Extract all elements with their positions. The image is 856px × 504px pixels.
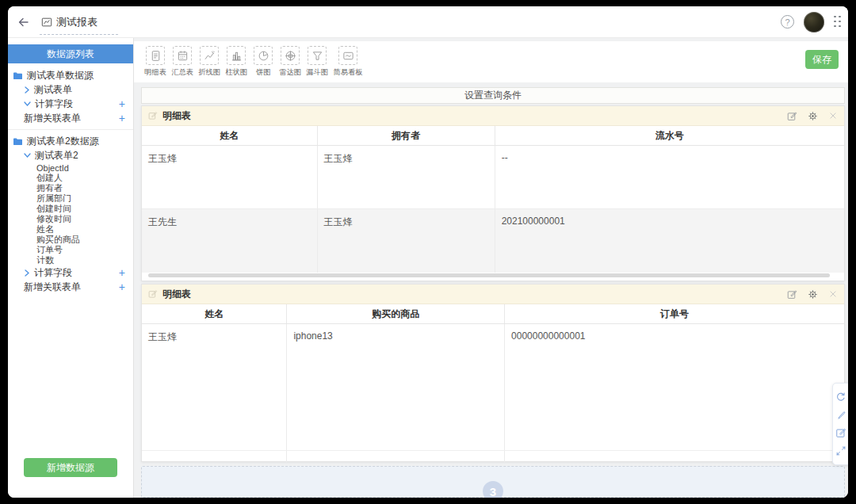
column-header[interactable]: 姓名: [142, 304, 287, 323]
cell-owner: 王玉烽: [318, 209, 495, 273]
toolbar-item-line-chart[interactable]: 折线图: [196, 46, 223, 78]
tree-item-form1[interactable]: 测试表单: [8, 82, 133, 97]
tree-item-calc-fields2[interactable]: 计算字段 +: [8, 265, 133, 280]
widget-settings-gear-icon[interactable]: [808, 289, 818, 300]
column-header[interactable]: 拥有者: [318, 126, 495, 145]
horizontal-scrollbar[interactable]: [148, 273, 830, 277]
datasource-tree: 测试表单数据源 测试表单 计算字段 + 新增关联表单 +: [8, 63, 133, 294]
tree-field-creator[interactable]: 创建人: [8, 173, 133, 183]
report-title-wrap[interactable]: 测试报表: [40, 12, 118, 35]
pie-chart-icon: [254, 46, 273, 65]
folder-icon: [13, 71, 23, 80]
tree-label: 计算字段: [34, 266, 72, 280]
drop-zone-badge: 3: [483, 481, 503, 498]
bar-chart-icon: [227, 46, 246, 65]
table-filler-row: [142, 451, 844, 462]
edit-widget-icon[interactable]: [787, 111, 797, 121]
toolbar-item-label: 明细表: [144, 67, 166, 78]
back-button[interactable]: [8, 6, 40, 38]
tree-label: 测试表单数据源: [27, 69, 94, 82]
toolbar-item-label: 柱状图: [225, 67, 247, 78]
refresh-icon[interactable]: [835, 391, 846, 403]
widget-actions: [787, 289, 838, 300]
column-header[interactable]: 流水号: [495, 126, 844, 145]
toolbar-item-detail-table[interactable]: 明细表: [142, 46, 169, 78]
table-header-row: 姓名 购买的商品 订单号: [142, 304, 844, 324]
chevron-down-icon: [24, 152, 31, 158]
datasource-list-header: 数据源列表: [8, 44, 133, 63]
toolbar-item-pie-chart[interactable]: 饼图: [250, 46, 277, 78]
widget-title: 明细表: [162, 288, 191, 301]
column-header[interactable]: 订单号: [505, 304, 844, 323]
table-row[interactable]: 王玉烽 王玉烽 --: [142, 146, 844, 209]
toolbar-item-label: 漏斗图: [306, 67, 328, 78]
toolbar-item-label: 饼图: [256, 67, 270, 78]
tree-label: 测试表单2: [35, 149, 78, 162]
widget-title: 明细表: [162, 109, 191, 123]
tree-field-objectid[interactable]: ObjectId: [8, 162, 133, 173]
close-widget-icon[interactable]: [828, 111, 838, 120]
add-related-form-button[interactable]: +: [119, 281, 125, 292]
tree-folder-datasource2[interactable]: 测试表单2数据源: [8, 134, 133, 148]
chevron-down-icon: [24, 101, 31, 107]
widget-settings-gear-icon[interactable]: [808, 111, 818, 121]
title-edit-icon: [148, 111, 158, 120]
tree-field-order-number[interactable]: 订单号: [8, 245, 133, 255]
cell-purchased-goods: iphone13: [287, 324, 505, 450]
cell-name: 王玉烽: [142, 146, 318, 208]
add-related-form-button[interactable]: +: [119, 113, 125, 124]
tree-label: 计算字段: [35, 97, 73, 111]
app-window: 测试报表 ? 数据源列表 测试表单数据源 测试表单: [8, 6, 848, 498]
tree-field-count[interactable]: 计数: [8, 255, 133, 265]
tree-divider: [8, 129, 133, 130]
close-widget-icon[interactable]: [828, 289, 838, 299]
toolbar-item-funnel-chart[interactable]: 漏斗图: [304, 46, 331, 78]
funnel-chart-icon: [308, 46, 327, 65]
tree-item-add-related1[interactable]: 新增关联表单 +: [8, 111, 133, 125]
tree-item-form2[interactable]: 测试表单2: [8, 148, 133, 162]
simple-dashboard-icon: [338, 46, 357, 65]
toolbar-item-summary-table[interactable]: 汇总表: [169, 46, 196, 78]
tree-field-purchased-goods[interactable]: 购买的商品: [8, 235, 133, 245]
right-tool-rail: [832, 383, 848, 465]
datasource-sidebar: 数据源列表 测试表单数据源 测试表单 计算字段 +: [8, 38, 134, 498]
toolbar-item-label: 汇总表: [171, 67, 193, 78]
toolbar-item-simple-dashboard[interactable]: 简易看板: [331, 46, 365, 78]
add-datasource-button[interactable]: 新增数据源: [24, 458, 117, 477]
summary-table-icon: [173, 46, 192, 65]
tree-label: 新增关联表单: [24, 112, 81, 125]
detail-table-widget-2: 明细表 姓名 购买的商品 订单号 王玉烽 iphone13 0000000000…: [141, 284, 845, 462]
field-label: 计数: [36, 254, 54, 266]
widget-drop-zone[interactable]: 3: [141, 466, 845, 498]
tree-label: 测试表单2数据源: [27, 135, 99, 148]
tree-field-modified-time[interactable]: 修改时间: [8, 214, 133, 224]
save-button[interactable]: 保存: [805, 50, 839, 69]
radar-chart-icon: [281, 46, 300, 65]
top-bar-right: ?: [781, 12, 848, 32]
toolbar-item-label: 折线图: [198, 67, 220, 78]
add-calc-field-button[interactable]: +: [119, 98, 125, 109]
toolbar-item-bar-chart[interactable]: 柱状图: [223, 46, 250, 78]
table-row[interactable]: 王先生 王玉烽 202100000001: [142, 209, 844, 273]
back-arrow-icon: [17, 16, 30, 29]
folder-icon: [13, 137, 23, 146]
cell-order-number: 00000000000001: [505, 324, 844, 450]
table-row[interactable]: 王玉烽 iphone13 00000000000001: [142, 324, 844, 451]
tree-item-calc-fields1[interactable]: 计算字段 +: [8, 97, 133, 111]
set-query-conditions-bar[interactable]: 设置查询条件: [141, 87, 845, 104]
avatar[interactable]: [804, 12, 824, 32]
field-label: ObjectId: [36, 163, 69, 173]
column-header[interactable]: 购买的商品: [287, 304, 505, 323]
edit-note-icon[interactable]: [835, 427, 846, 438]
edit-widget-icon[interactable]: [787, 289, 797, 300]
more-options-icon[interactable]: [834, 16, 842, 29]
expand-icon[interactable]: [835, 445, 846, 456]
add-calc-field-button[interactable]: +: [119, 267, 125, 278]
toolbar-item-radar-chart[interactable]: 雷达图: [277, 46, 304, 78]
help-icon[interactable]: ?: [781, 15, 794, 29]
pen-icon[interactable]: [835, 410, 846, 421]
tree-item-add-related2[interactable]: 新增关联表单 +: [8, 280, 133, 294]
tree-folder-datasource1[interactable]: 测试表单数据源: [8, 68, 133, 82]
cell-serial: --: [495, 146, 844, 208]
column-header[interactable]: 姓名: [142, 126, 318, 145]
